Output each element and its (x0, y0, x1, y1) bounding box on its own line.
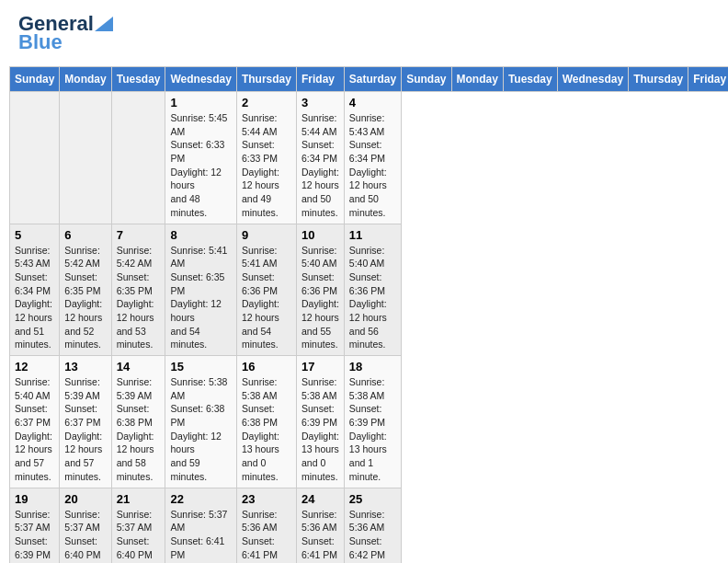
calendar-cell: 15Sunrise: 5:38 AMSunset: 6:38 PMDayligh… (165, 356, 236, 488)
calendar-cell (111, 92, 165, 224)
day-info: Sunrise: 5:45 AMSunset: 6:33 PMDaylight:… (170, 111, 231, 220)
day-number: 21 (117, 492, 161, 506)
col-header-sunday: Sunday (402, 67, 451, 92)
header-saturday: Saturday (344, 67, 401, 92)
col-header-friday: Friday (688, 67, 728, 92)
calendar-cell: 20Sunrise: 5:37 AMSunset: 6:40 PMDayligh… (60, 488, 111, 563)
day-number: 22 (170, 492, 231, 506)
day-info: Sunrise: 5:41 AMSunset: 6:35 PMDaylight:… (170, 244, 231, 352)
day-info: Sunrise: 5:39 AMSunset: 6:37 PMDaylight:… (64, 375, 106, 484)
day-info: Sunrise: 5:36 AMSunset: 6:42 PMDaylight:… (349, 508, 396, 564)
day-number: 19 (15, 492, 54, 506)
day-info: Sunrise: 5:38 AMSunset: 6:39 PMDaylight:… (301, 375, 339, 484)
calendar-cell: 13Sunrise: 5:39 AMSunset: 6:37 PMDayligh… (60, 356, 111, 488)
col-header-wednesday: Wednesday (557, 67, 628, 92)
day-info: Sunrise: 5:38 AMSunset: 6:38 PMDaylight:… (242, 375, 291, 484)
header-sunday: Sunday (10, 67, 60, 92)
page-header: General Blue (9, 9, 719, 57)
day-number: 9 (242, 228, 291, 242)
col-header-monday: Monday (451, 67, 503, 92)
calendar-cell: 9Sunrise: 5:41 AMSunset: 6:36 PMDaylight… (236, 224, 296, 356)
day-info: Sunrise: 5:37 AMSunset: 6:39 PMDaylight:… (15, 508, 54, 564)
day-number: 6 (64, 228, 106, 242)
day-number: 11 (349, 228, 396, 242)
calendar-cell (10, 92, 60, 224)
day-number: 5 (15, 228, 54, 242)
day-number: 3 (301, 96, 339, 109)
day-info: Sunrise: 5:43 AMSunset: 6:34 PMDaylight:… (349, 111, 396, 220)
calendar-cell: 11Sunrise: 5:40 AMSunset: 6:36 PMDayligh… (344, 224, 401, 356)
day-info: Sunrise: 5:37 AMSunset: 6:40 PMDaylight:… (117, 508, 161, 564)
calendar-cell: 2Sunrise: 5:44 AMSunset: 6:33 PMDaylight… (236, 92, 296, 224)
logo-icon (95, 13, 113, 31)
svg-marker-0 (95, 17, 113, 31)
calendar-cell: 23Sunrise: 5:36 AMSunset: 6:41 PMDayligh… (236, 488, 296, 563)
col-header-tuesday: Tuesday (503, 67, 557, 92)
day-number: 12 (15, 360, 54, 373)
day-info: Sunrise: 5:39 AMSunset: 6:38 PMDaylight:… (117, 375, 161, 484)
day-number: 14 (117, 360, 161, 373)
day-info: Sunrise: 5:42 AMSunset: 6:35 PMDaylight:… (64, 244, 106, 352)
day-info: Sunrise: 5:40 AMSunset: 6:36 PMDaylight:… (349, 244, 396, 352)
calendar-cell: 19Sunrise: 5:37 AMSunset: 6:39 PMDayligh… (10, 488, 60, 563)
calendar-cell: 21Sunrise: 5:37 AMSunset: 6:40 PMDayligh… (111, 488, 165, 563)
day-number: 8 (170, 228, 231, 242)
col-header-thursday: Thursday (629, 67, 688, 92)
header-thursday: Thursday (236, 67, 296, 92)
calendar-cell: 18Sunrise: 5:38 AMSunset: 6:39 PMDayligh… (344, 356, 401, 488)
calendar-week-row: 5Sunrise: 5:43 AMSunset: 6:34 PMDaylight… (10, 224, 729, 356)
calendar-cell: 8Sunrise: 5:41 AMSunset: 6:35 PMDaylight… (165, 224, 236, 356)
calendar-cell: 10Sunrise: 5:40 AMSunset: 6:36 PMDayligh… (296, 224, 344, 356)
calendar-cell: 22Sunrise: 5:37 AMSunset: 6:41 PMDayligh… (165, 488, 236, 563)
calendar-cell: 7Sunrise: 5:42 AMSunset: 6:35 PMDaylight… (111, 224, 165, 356)
day-info: Sunrise: 5:44 AMSunset: 6:34 PMDaylight:… (301, 111, 339, 220)
calendar-week-row: 12Sunrise: 5:40 AMSunset: 6:37 PMDayligh… (10, 356, 729, 488)
day-number: 4 (349, 96, 396, 109)
calendar-cell: 24Sunrise: 5:36 AMSunset: 6:41 PMDayligh… (296, 488, 344, 563)
day-info: Sunrise: 5:38 AMSunset: 6:39 PMDaylight:… (349, 375, 396, 484)
day-info: Sunrise: 5:40 AMSunset: 6:36 PMDaylight:… (301, 244, 339, 352)
calendar-table: SundayMondayTuesdayWednesdayThursdayFrid… (9, 66, 728, 563)
day-number: 17 (301, 360, 339, 373)
day-number: 2 (242, 96, 291, 109)
calendar-cell: 17Sunrise: 5:38 AMSunset: 6:39 PMDayligh… (296, 356, 344, 488)
calendar-cell: 14Sunrise: 5:39 AMSunset: 6:38 PMDayligh… (111, 356, 165, 488)
calendar-cell (60, 92, 111, 224)
calendar-week-row: 19Sunrise: 5:37 AMSunset: 6:39 PMDayligh… (10, 488, 729, 563)
day-number: 25 (349, 492, 396, 506)
day-number: 20 (64, 492, 106, 506)
day-number: 24 (301, 492, 339, 506)
day-info: Sunrise: 5:40 AMSunset: 6:37 PMDaylight:… (15, 375, 54, 484)
day-info: Sunrise: 5:37 AMSunset: 6:41 PMDaylight:… (170, 508, 231, 564)
day-number: 23 (242, 492, 291, 506)
day-info: Sunrise: 5:41 AMSunset: 6:36 PMDaylight:… (242, 244, 291, 352)
day-number: 15 (170, 360, 231, 373)
logo: General Blue (18, 14, 113, 52)
calendar-cell: 25Sunrise: 5:36 AMSunset: 6:42 PMDayligh… (344, 488, 401, 563)
day-number: 7 (117, 228, 161, 242)
header-friday: Friday (296, 67, 344, 92)
header-monday: Monday (60, 67, 111, 92)
day-info: Sunrise: 5:37 AMSunset: 6:40 PMDaylight:… (64, 508, 106, 564)
day-number: 13 (64, 360, 106, 373)
header-wednesday: Wednesday (165, 67, 236, 92)
header-tuesday: Tuesday (111, 67, 165, 92)
day-info: Sunrise: 5:36 AMSunset: 6:41 PMDaylight:… (242, 508, 291, 564)
calendar-cell: 3Sunrise: 5:44 AMSunset: 6:34 PMDaylight… (296, 92, 344, 224)
calendar-cell: 5Sunrise: 5:43 AMSunset: 6:34 PMDaylight… (10, 224, 60, 356)
day-number: 16 (242, 360, 291, 373)
logo-blue-text: Blue (18, 32, 63, 52)
calendar-cell: 6Sunrise: 5:42 AMSunset: 6:35 PMDaylight… (60, 224, 111, 356)
calendar-week-row: 1Sunrise: 5:45 AMSunset: 6:33 PMDaylight… (10, 92, 729, 224)
calendar-cell: 1Sunrise: 5:45 AMSunset: 6:33 PMDaylight… (165, 92, 236, 224)
calendar-header-row: SundayMondayTuesdayWednesdayThursdayFrid… (10, 67, 729, 92)
day-info: Sunrise: 5:38 AMSunset: 6:38 PMDaylight:… (170, 375, 231, 484)
day-info: Sunrise: 5:43 AMSunset: 6:34 PMDaylight:… (15, 244, 54, 352)
day-number: 1 (170, 96, 231, 109)
day-info: Sunrise: 5:42 AMSunset: 6:35 PMDaylight:… (117, 244, 161, 352)
day-info: Sunrise: 5:36 AMSunset: 6:41 PMDaylight:… (301, 508, 339, 564)
day-number: 18 (349, 360, 396, 373)
calendar-cell: 4Sunrise: 5:43 AMSunset: 6:34 PMDaylight… (344, 92, 401, 224)
day-number: 10 (301, 228, 339, 242)
day-info: Sunrise: 5:44 AMSunset: 6:33 PMDaylight:… (242, 111, 291, 220)
